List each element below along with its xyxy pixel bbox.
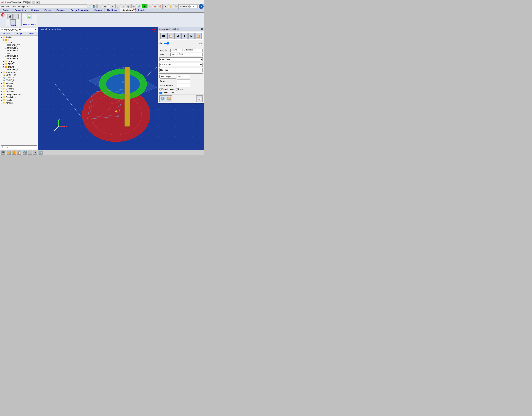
- review-icon-curve[interactable]: ∫: [10, 19, 16, 25]
- tab-elements[interactable]: Elements: [54, 8, 68, 12]
- fast-forward-button[interactable]: ⏩: [195, 33, 202, 39]
- tree-joint-b[interactable]: 🔩 JOINT_B: [0, 76, 38, 79]
- status-icon-info[interactable]: ℹ: [33, 151, 37, 155]
- close-button[interactable]: ✕: [36, 1, 40, 4]
- toolbar-cube[interactable]: 🎲: [121, 4, 126, 9]
- menu-view[interactable]: View: [11, 5, 16, 8]
- menu-file[interactable]: File: [1, 5, 4, 8]
- help-button[interactable]: ?: [199, 4, 204, 9]
- tree-link3[interactable]: ⚡ LINK_3: [0, 41, 38, 44]
- tree-joint-fix[interactable]: 🔒 JOINT_FIX: [0, 74, 38, 76]
- tree-gear1[interactable]: ▶📁 GEAR_1: [0, 63, 38, 66]
- tab-bodies[interactable]: Bodies: [0, 8, 12, 12]
- status-icon-display[interactable]: 🖥️: [1, 151, 5, 155]
- tree-bodies[interactable]: ▼📁 Bodies: [0, 36, 38, 39]
- frame-increment-input[interactable]: [177, 84, 190, 87]
- tab-motions[interactable]: Motions: [29, 8, 42, 12]
- play-button[interactable]: ▶: [188, 33, 195, 39]
- toolbar-select[interactable]: ↖: [110, 4, 115, 9]
- anim-icon-calc[interactable]: 🧮: [166, 95, 172, 102]
- toolbar-box[interactable]: ⬜: [116, 4, 120, 9]
- toolbar-body[interactable]: ■: [142, 4, 147, 9]
- tree-design-vars[interactable]: ▶📁 Design Variables: [0, 93, 38, 96]
- menu-settings[interactable]: Settings: [18, 5, 25, 8]
- fixed-base-dropdown[interactable]: Fixed Base Moving Base: [159, 57, 203, 61]
- viewport[interactable]: example_4_gear_train: [38, 27, 204, 150]
- tree-cm[interactable]: ⊥ cm: [0, 52, 38, 55]
- status-icon-box[interactable]: 🟧: [12, 151, 16, 155]
- sidebar-tab-filters[interactable]: Filters: [25, 32, 38, 35]
- tree-ground[interactable]: ▼🟧 ground: [0, 66, 38, 68]
- toolbar-undo[interactable]: ↺: [97, 4, 102, 9]
- tab-plugins[interactable]: Plugins: [92, 8, 105, 12]
- menu-tools[interactable]: Tools: [27, 5, 31, 8]
- status-icon-list[interactable]: 📋: [17, 151, 21, 155]
- tree-h[interactable]: ▼🟧 H: [0, 39, 38, 41]
- toolbar-redo[interactable]: ↻: [103, 4, 107, 9]
- tree-motions[interactable]: ▶📁 Motions: [0, 82, 38, 85]
- contour-plots-checkbox[interactable]: [159, 92, 162, 94]
- search-input[interactable]: [1, 145, 37, 149]
- toolbar-link[interactable]: 🔗: [137, 4, 141, 9]
- frame-slider[interactable]: [164, 42, 198, 45]
- anim-icon-chart[interactable]: 📈: [196, 95, 203, 102]
- tab-forces[interactable]: Forces: [42, 8, 54, 12]
- maximize-button[interactable]: □: [32, 1, 35, 4]
- rewind-button[interactable]: ⏪: [167, 33, 174, 39]
- first-frame-button[interactable]: ⏮: [160, 33, 167, 39]
- tab-results[interactable]: Results: [135, 8, 148, 12]
- icons-checkbox[interactable]: [175, 88, 178, 90]
- tab-connectors[interactable]: Connectors: [12, 8, 29, 12]
- tab-simulation[interactable]: Simulation a: [120, 8, 135, 12]
- tab-design-exploration[interactable]: Design Exploration: [68, 8, 92, 12]
- toolbar-grid[interactable]: ⊞: [163, 4, 168, 9]
- review-icon-film[interactable]: 🎬: [7, 14, 13, 19]
- tree-simulations[interactable]: ▶📁 Simulations: [0, 96, 38, 99]
- tree-marker-cv[interactable]: ⊥ MARKER_CV: [0, 44, 38, 47]
- status-icon-globe[interactable]: 🌐: [23, 151, 27, 155]
- tab-machinery[interactable]: Machinery: [105, 8, 120, 12]
- tree-marker-3[interactable]: ⊥ MARKER_3: [0, 57, 38, 60]
- status-icon-refresh[interactable]: 🔄: [39, 151, 42, 155]
- camera-dropdown[interactable]: Std. Camera Custom Camera: [159, 63, 203, 67]
- toolbar-save[interactable]: 💾: [92, 4, 97, 9]
- toolbar-sim[interactable]: 🎯: [158, 4, 163, 9]
- toolbar-move[interactable]: ✥: [131, 4, 136, 9]
- step-back-button[interactable]: ◀: [174, 33, 181, 39]
- sidebar-tab-groups[interactable]: Groups: [13, 32, 26, 35]
- status-icon-axes[interactable]: ↕: [28, 151, 32, 155]
- menu-edit[interactable]: Edit: [6, 5, 9, 8]
- tree-marker-8[interactable]: ⊥ MARKER_8: [0, 47, 38, 49]
- tree-connectors[interactable]: ▼📁 Connectors: [0, 71, 38, 74]
- tree-gear2[interactable]: ▶📁 GEAR_2: [0, 60, 38, 63]
- anim-close-button[interactable]: ✕: [201, 28, 203, 30]
- anim-icon-settings[interactable]: ⚙️: [159, 95, 166, 102]
- superimpose-checkbox[interactable]: [159, 88, 162, 90]
- toolbar-sphere[interactable]: ⚽: [126, 4, 131, 9]
- toolbar-new[interactable]: 📄: [87, 4, 91, 9]
- toolbar-target[interactable]: ⊕: [153, 4, 157, 9]
- tree-measures[interactable]: ▶📁 Measures: [0, 90, 38, 93]
- time-range-input[interactable]: [177, 75, 190, 78]
- postprocessor-icon[interactable]: 📊: [27, 14, 32, 19]
- model-dropdown[interactable]: example_4_gear_train: [1, 28, 37, 31]
- status-icon-measure[interactable]: 📐: [7, 151, 11, 155]
- trace-dropdown[interactable]: No Trace Trace: [159, 68, 203, 72]
- tree-marker-4[interactable]: ⊥ MARKER_4: [0, 55, 38, 57]
- minimize-button[interactable]: —: [27, 1, 31, 4]
- tree-marker-6[interactable]: ⊥ MARKER_6: [0, 49, 38, 52]
- toolbar-pan[interactable]: 🖐: [169, 4, 173, 9]
- toolbar-measure[interactable]: 📏: [147, 4, 152, 9]
- tree-results[interactable]: ▶📁 Results: [0, 99, 38, 101]
- cycles-input[interactable]: [177, 79, 190, 83]
- sidebar-tab-browse[interactable]: Browse: [0, 32, 13, 35]
- tree-all-other[interactable]: ▶📁 All Other: [0, 101, 38, 104]
- stop-button[interactable]: ⏹: [181, 33, 188, 39]
- review-icon-axis[interactable]: ⊢: [13, 14, 19, 19]
- toolbar-zoom[interactable]: 🔍: [174, 4, 179, 9]
- tree-forces[interactable]: ▶📁 Forces: [0, 85, 38, 87]
- increment-input[interactable]: [189, 5, 198, 8]
- time-range-dropdown[interactable]: Time Range: Steps:: [159, 75, 176, 78]
- tree-joint-a[interactable]: 🔩 JOINT_A: [0, 79, 38, 82]
- tree-elements[interactable]: ▶📁 Elements: [0, 87, 38, 90]
